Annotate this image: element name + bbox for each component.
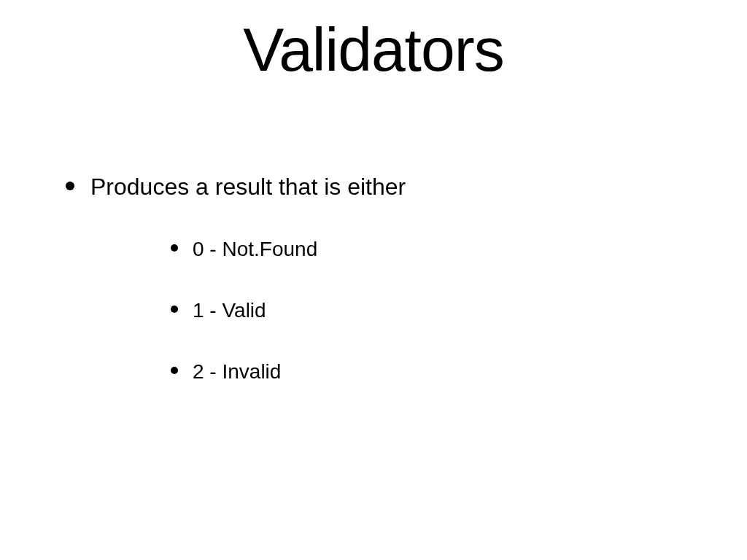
bullet-item: Produces a result that is either 0 - Not… [66,173,703,420]
sub-item-text: 2 - Invalid [193,359,281,384]
bullet-text: Produces a result that is either [90,174,406,200]
main-bullet-list: Produces a result that is either 0 - Not… [44,173,703,420]
bullet-content: Produces a result that is either 0 - Not… [90,173,406,420]
bullet-dot-icon [171,367,178,374]
sub-item: 0 - Not.Found [171,237,406,262]
sub-item: 2 - Invalid [171,359,406,384]
sub-item-text: 1 - Valid [193,298,266,323]
slide-title: Validators [44,15,703,85]
sub-bullet-list: 0 - Not.Found 1 - Valid 2 - Invalid [90,237,406,384]
sub-item-text: 0 - Not.Found [193,237,317,262]
bullet-dot-icon [171,306,178,313]
slide-container: Validators Produces a result that is eit… [0,0,747,560]
bullet-dot-icon [171,244,178,252]
sub-item: 1 - Valid [171,298,406,323]
bullet-dot-icon [66,182,74,190]
